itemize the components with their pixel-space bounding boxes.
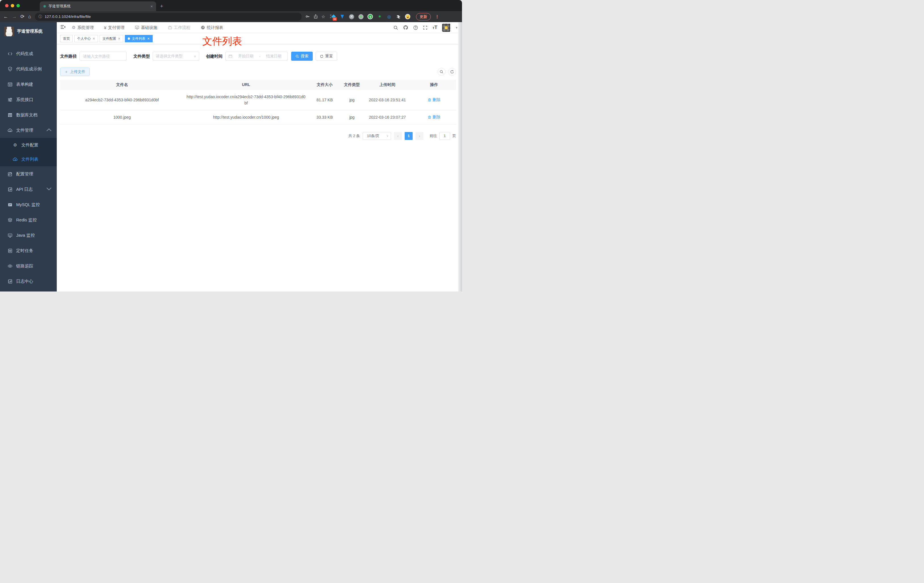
sidebar-item-file-config[interactable]: ⚙ 文件配置 bbox=[0, 138, 57, 152]
extension-star-icon[interactable]: ✶ bbox=[377, 14, 383, 20]
extension-pin-icon[interactable]: 11 bbox=[330, 14, 336, 20]
home-icon[interactable]: ⌂ bbox=[28, 14, 31, 19]
sidebar-item-api-log[interactable]: API 日志 bbox=[0, 182, 57, 197]
log-edit-icon bbox=[7, 279, 13, 284]
reload-icon[interactable]: ⟳ bbox=[20, 14, 25, 19]
sidebar-item-form-builder[interactable]: 表单构建 bbox=[0, 77, 57, 92]
nav-payment-management[interactable]: ¥ 支付管理 bbox=[104, 25, 124, 30]
update-button[interactable]: 更新 bbox=[416, 13, 431, 20]
font-size-icon[interactable]: тT bbox=[432, 25, 437, 30]
extension-emoji-icon[interactable] bbox=[405, 14, 411, 20]
next-page-button[interactable]: › bbox=[416, 132, 423, 140]
page-unit-label: 页 bbox=[452, 134, 456, 139]
sidebar-item-redis-monitor[interactable]: Redis 监控 bbox=[0, 212, 57, 228]
sidebar-item-tracing[interactable]: 链路追踪 bbox=[0, 258, 57, 274]
prev-page-button[interactable]: ‹ bbox=[394, 132, 402, 140]
extension-badge: 11 bbox=[333, 17, 337, 21]
close-tag-icon[interactable]: ✕ bbox=[92, 37, 95, 41]
sidebar-item-file-management[interactable]: 文件管理 bbox=[0, 122, 57, 138]
file-type-select[interactable]: 请选择文件类型 ∨ bbox=[153, 52, 199, 61]
address-bar[interactable]: ⓘ 127.0.0.1:1024/infra/file/file bbox=[35, 13, 302, 21]
sidebar-item-code-example[interactable]: 代码生成示例 bbox=[0, 61, 57, 77]
delete-button[interactable]: 删除 bbox=[428, 96, 441, 103]
extension-command-icon[interactable]: ⌘ bbox=[349, 14, 355, 20]
table-header-row: 文件名 URL 文件大小 文件类型 上传时间 操作 bbox=[60, 80, 456, 90]
fullscreen-icon[interactable] bbox=[423, 25, 428, 30]
col-actions: 操作 bbox=[412, 80, 456, 90]
browser-tab[interactable]: ❋ 芋道管理系统 × bbox=[40, 2, 156, 11]
sliders-icon bbox=[7, 97, 13, 102]
page-size-select[interactable]: 10条/页 ∨ bbox=[363, 132, 391, 140]
search-icon[interactable] bbox=[393, 25, 398, 30]
browser-menu-icon[interactable]: ⋮ bbox=[435, 14, 439, 19]
sidebar-item-mysql-monitor[interactable]: MySQL 监控 bbox=[0, 197, 57, 212]
back-icon[interactable]: ← bbox=[3, 14, 8, 19]
share-icon[interactable] bbox=[314, 14, 318, 19]
bookmark-star-icon[interactable]: ☆ bbox=[322, 15, 325, 19]
refresh-table-button[interactable] bbox=[448, 68, 456, 76]
maximize-window-button[interactable] bbox=[16, 4, 20, 7]
collapse-sidebar-icon[interactable] bbox=[61, 25, 66, 30]
page-1-button[interactable]: 1 bbox=[405, 132, 412, 140]
delete-button[interactable]: 删除 bbox=[428, 114, 441, 120]
sidebar-item-db-doc[interactable]: 数据库文档 bbox=[0, 107, 57, 122]
new-tab-button[interactable]: + bbox=[160, 3, 163, 9]
close-window-button[interactable] bbox=[5, 4, 8, 7]
goto-page-input[interactable] bbox=[439, 132, 450, 140]
help-icon[interactable] bbox=[413, 25, 418, 30]
upload-file-button[interactable]: ＋ 上传文件 bbox=[60, 68, 90, 76]
sidebar-item-config-management[interactable]: 配置管理 bbox=[0, 166, 57, 182]
avatar-caret-icon[interactable]: ▼ bbox=[455, 26, 458, 29]
show-search-button[interactable] bbox=[437, 68, 446, 76]
gear-icon: ⚙ bbox=[13, 142, 18, 148]
table-filled-icon bbox=[7, 112, 13, 118]
active-dot bbox=[128, 38, 130, 40]
extension-gem-icon[interactable] bbox=[340, 14, 345, 20]
sidebar-item-log-center[interactable]: 日志中心 bbox=[0, 274, 57, 289]
file-path-input[interactable] bbox=[79, 52, 127, 61]
search-icon bbox=[440, 70, 444, 74]
tag-file-list[interactable]: 文件列表 ✕ bbox=[125, 35, 152, 42]
sidebar-item-scheduled-tasks[interactable]: 定时任务 bbox=[0, 243, 57, 258]
yen-icon: ¥ bbox=[104, 25, 106, 30]
extension-dot-icon[interactable] bbox=[358, 14, 364, 20]
table-row: a294ecb2-73dd-4353-bf40-296b8931d0bf htt… bbox=[60, 90, 456, 110]
tag-profile[interactable]: 个人中心 ✕ bbox=[74, 35, 98, 42]
header-actions: тT ▼ bbox=[393, 23, 458, 32]
forward-icon[interactable]: → bbox=[12, 14, 17, 19]
goto-group: 前往 页 bbox=[430, 132, 456, 140]
date-range-picker[interactable]: 开始日期 - 结束日期 bbox=[225, 52, 288, 61]
extension-eye-icon[interactable]: ◎ bbox=[386, 14, 392, 20]
github-icon[interactable] bbox=[403, 25, 408, 30]
sidebar-item-java-monitor[interactable]: Java 监控 bbox=[0, 228, 57, 243]
sidebar-logo[interactable]: 芋道管理系统 bbox=[0, 22, 57, 37]
sidebar-item-system-api[interactable]: 系统接口 bbox=[0, 92, 57, 107]
site-info-icon[interactable]: ⓘ bbox=[39, 14, 42, 19]
tag-home[interactable]: 首页 bbox=[60, 35, 73, 42]
cloud-download-icon bbox=[7, 128, 13, 133]
page-content: 文件路径 文件类型 请选择文件类型 ∨ 创建时间 开始日期 - 结束日期 bbox=[57, 44, 462, 292]
nav-system-management[interactable]: ⚙ 系统管理 bbox=[72, 25, 94, 30]
trash-icon bbox=[428, 115, 431, 119]
sidebar-item-code-generation[interactable]: 代码生成 bbox=[0, 46, 57, 61]
avatar-qr[interactable] bbox=[442, 23, 450, 32]
nav-workflow[interactable]: 工作流程 bbox=[168, 25, 190, 30]
minimize-window-button[interactable] bbox=[11, 4, 14, 7]
sidebar-menu: 代码生成 代码生成示例 表单构建 系统接口 数据库文档 bbox=[0, 46, 57, 289]
nav-report[interactable]: 统计报表 bbox=[201, 25, 223, 30]
reset-button[interactable]: 重置 bbox=[315, 52, 337, 61]
top-nav: ⚙ 系统管理 ¥ 支付管理 基础设施 工作流程 bbox=[72, 25, 223, 30]
close-tab-icon[interactable]: × bbox=[150, 4, 153, 8]
extension-y-icon[interactable]: y bbox=[368, 14, 373, 20]
tag-file-config[interactable]: 文件配置 ✕ bbox=[100, 35, 123, 42]
cell-type: jpg bbox=[341, 93, 363, 107]
browser-window: ❋ 芋道管理系统 × + ← → ⟳ ⌂ ⓘ 127.0.0.1:1024/in… bbox=[0, 0, 462, 292]
gear-icon: ⚙ bbox=[72, 25, 76, 30]
close-tag-icon[interactable]: ✕ bbox=[118, 37, 120, 41]
search-button[interactable]: 搜索 bbox=[291, 52, 313, 61]
close-tag-icon[interactable]: ✕ bbox=[147, 37, 150, 41]
sidebar-item-file-list[interactable]: 文件列表 bbox=[0, 152, 57, 166]
nav-infrastructure[interactable]: 基础设施 bbox=[135, 25, 157, 30]
extensions-puzzle-icon[interactable] bbox=[396, 14, 401, 20]
password-key-icon[interactable] bbox=[305, 14, 310, 19]
